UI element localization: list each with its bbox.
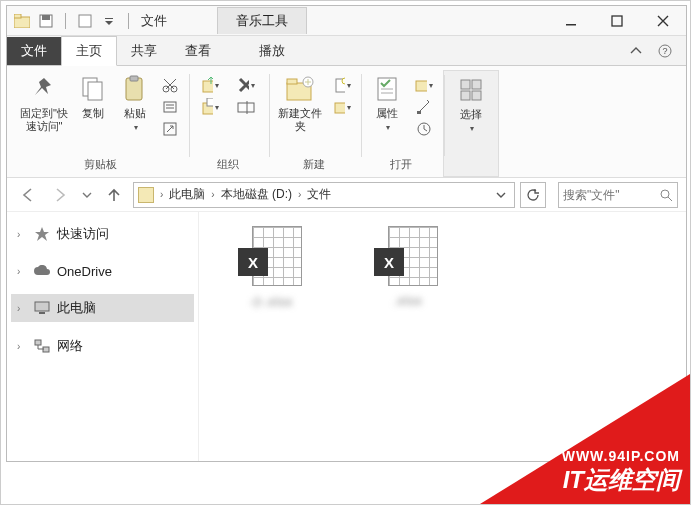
tab-share[interactable]: 共享 bbox=[117, 37, 171, 65]
paste-label: 粘贴 bbox=[124, 107, 146, 120]
sidebar-item-pc[interactable]: › 此电脑 bbox=[11, 294, 194, 322]
titlebar: 文件 音乐工具 bbox=[7, 6, 686, 36]
new-item-icon[interactable]: ▾ bbox=[333, 76, 351, 94]
file-name: 小.xlsx bbox=[251, 294, 293, 311]
shortcut-icon[interactable] bbox=[161, 120, 179, 138]
sidebar-item-onedrive[interactable]: › OneDrive bbox=[11, 258, 194, 284]
svg-rect-0 bbox=[14, 17, 30, 28]
history-icon[interactable] bbox=[415, 120, 433, 138]
chevron-right-icon: › bbox=[17, 341, 27, 352]
copy-to-icon[interactable]: ▾ bbox=[201, 98, 219, 116]
crumb-drive[interactable]: 本地磁盘 (D:) bbox=[221, 186, 292, 203]
file-name: .xlsx bbox=[394, 294, 423, 308]
sidebar-item-network[interactable]: › 网络 bbox=[11, 332, 194, 360]
open-icon[interactable]: ▾ bbox=[415, 76, 433, 94]
crumb-folder[interactable]: 文件 bbox=[307, 186, 331, 203]
group-new: 新建文件夹 ▾ ▾ 新建 bbox=[269, 70, 359, 177]
copy-label: 复制 bbox=[82, 107, 104, 120]
properties-button[interactable]: 属性 ▾ bbox=[367, 74, 407, 132]
back-button[interactable] bbox=[15, 182, 41, 208]
file-item[interactable]: X 小.xlsx bbox=[217, 226, 327, 311]
tab-file[interactable]: 文件 bbox=[7, 37, 61, 65]
watermark-url: WWW.94IP.COM bbox=[562, 448, 680, 464]
properties-icon[interactable] bbox=[76, 12, 94, 30]
chevron-right-icon: › bbox=[160, 189, 163, 200]
easy-access-icon[interactable]: ▾ bbox=[333, 98, 351, 116]
new-folder-icon bbox=[285, 74, 315, 104]
group-label-clipboard: 剪贴板 bbox=[84, 154, 117, 177]
paste-button[interactable]: 粘贴 ▾ bbox=[117, 74, 153, 132]
svg-rect-20 bbox=[207, 98, 213, 106]
collapse-ribbon-icon[interactable] bbox=[630, 45, 658, 57]
save-icon[interactable] bbox=[37, 12, 55, 30]
search-box[interactable] bbox=[558, 182, 678, 208]
cut-icon[interactable] bbox=[161, 76, 179, 94]
rename-icon[interactable] bbox=[237, 98, 255, 116]
svg-rect-11 bbox=[88, 82, 102, 100]
group-label-select bbox=[469, 156, 472, 176]
delete-icon[interactable]: ▾ bbox=[237, 76, 255, 94]
tab-view[interactable]: 查看 bbox=[171, 37, 225, 65]
sidebar-item-quick[interactable]: › 快速访问 bbox=[11, 220, 194, 248]
svg-rect-13 bbox=[130, 76, 138, 81]
svg-rect-7 bbox=[612, 16, 622, 26]
svg-rect-16 bbox=[164, 102, 176, 112]
copy-path-icon[interactable] bbox=[161, 98, 179, 116]
group-open: 属性 ▾ ▾ 打开 bbox=[361, 70, 441, 177]
tab-home[interactable]: 主页 bbox=[61, 36, 117, 66]
excel-file-icon: X bbox=[374, 226, 442, 288]
svg-rect-38 bbox=[39, 312, 45, 314]
new-folder-button[interactable]: 新建文件夹 bbox=[275, 74, 325, 132]
group-organize: ▾ ▾ ▾ 组织 bbox=[189, 70, 267, 177]
minimize-button[interactable] bbox=[548, 6, 594, 36]
pin-button[interactable]: 固定到"快速访问" bbox=[19, 74, 69, 132]
svg-rect-29 bbox=[416, 81, 427, 91]
forward-button[interactable] bbox=[47, 182, 73, 208]
folder-icon bbox=[13, 12, 31, 30]
svg-rect-27 bbox=[335, 103, 345, 113]
search-input[interactable] bbox=[563, 188, 655, 202]
chevron-down-icon: ▾ bbox=[470, 124, 474, 133]
chevron-down-icon: ▾ bbox=[134, 123, 138, 132]
copy-icon bbox=[78, 74, 108, 104]
up-button[interactable] bbox=[101, 182, 127, 208]
group-label-open: 打开 bbox=[390, 154, 412, 177]
svg-rect-32 bbox=[461, 80, 470, 89]
svg-rect-35 bbox=[472, 91, 481, 100]
pin-label: 固定到"快速访问" bbox=[19, 107, 69, 132]
svg-rect-5 bbox=[105, 18, 113, 19]
copy-button[interactable]: 复制 bbox=[75, 74, 111, 120]
file-item[interactable]: X .xlsx bbox=[353, 226, 463, 308]
chevron-right-icon: › bbox=[17, 229, 27, 240]
qat-dropdown-icon[interactable] bbox=[100, 12, 118, 30]
tab-play[interactable]: 播放 bbox=[245, 37, 299, 65]
edit-icon[interactable] bbox=[415, 98, 433, 116]
address-dropdown-icon[interactable] bbox=[492, 190, 510, 200]
svg-rect-3 bbox=[42, 15, 50, 20]
watermark-text: WWW.94IP.COM IT运维空间 bbox=[562, 448, 680, 496]
new-folder-label: 新建文件夹 bbox=[275, 107, 325, 132]
crumb-pc[interactable]: 此电脑 bbox=[169, 186, 205, 203]
recent-button[interactable] bbox=[79, 182, 95, 208]
maximize-button[interactable] bbox=[594, 6, 640, 36]
svg-rect-39 bbox=[35, 340, 41, 345]
chevron-right-icon: › bbox=[211, 189, 214, 200]
properties-icon bbox=[372, 74, 402, 104]
move-icon[interactable]: ▾ bbox=[201, 76, 219, 94]
svg-text:?: ? bbox=[662, 46, 667, 56]
group-clipboard: 固定到"快速访问" 复制 粘贴 ▾ bbox=[13, 70, 187, 177]
svg-rect-1 bbox=[14, 14, 21, 18]
chevron-down-icon: ▾ bbox=[386, 123, 390, 132]
svg-rect-34 bbox=[461, 91, 470, 100]
help-icon[interactable]: ? bbox=[658, 44, 686, 58]
svg-rect-33 bbox=[472, 80, 481, 89]
close-button[interactable] bbox=[640, 6, 686, 36]
contextual-tab-music[interactable]: 音乐工具 bbox=[217, 7, 307, 34]
svg-rect-30 bbox=[417, 111, 421, 114]
select-button[interactable]: 选择 ▾ bbox=[450, 75, 492, 133]
sidebar: › 快速访问 › OneDrive › 此电脑 › 网络 bbox=[7, 212, 199, 461]
sidebar-label: 快速访问 bbox=[57, 225, 109, 243]
refresh-button[interactable] bbox=[520, 182, 546, 208]
svg-rect-21 bbox=[238, 103, 254, 112]
breadcrumb[interactable]: › 此电脑 › 本地磁盘 (D:) › 文件 bbox=[133, 182, 515, 208]
